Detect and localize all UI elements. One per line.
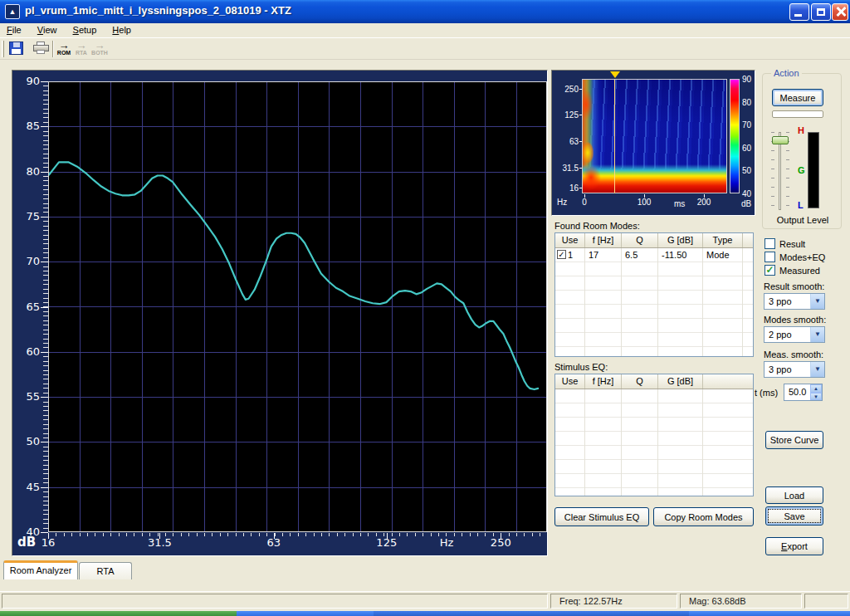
meas-smooth-combo[interactable]: 3 ppo ▼ — [764, 361, 825, 378]
spec-x-tick-label: 100 — [632, 198, 657, 207]
result-smooth-combo[interactable]: 3 ppo ▼ — [764, 293, 825, 310]
spec-x-tick-mark — [644, 194, 645, 198]
stimulus-eq-table[interactable]: Usef [Hz]QG [dB] — [554, 374, 754, 496]
taskbar-start-area[interactable] — [0, 611, 237, 616]
column-separator — [621, 389, 622, 496]
close-button[interactable] — [832, 3, 848, 21]
chevron-down-icon[interactable]: ▼ — [810, 362, 824, 377]
rta-mode-button[interactable]: → RTA — [73, 41, 90, 61]
y-tick-mark — [41, 487, 48, 488]
y-tick-mark — [41, 307, 48, 308]
y-tick-label: 80 — [12, 165, 40, 178]
row-checkbox[interactable]: ✓ — [557, 250, 566, 259]
chevron-down-icon[interactable]: ▼ — [810, 327, 824, 342]
y-tick-label: 45 — [12, 481, 40, 493]
taskbar[interactable] — [0, 611, 850, 616]
menu-item-view[interactable]: View — [31, 23, 64, 37]
taskbar-window-area[interactable] — [374, 611, 689, 616]
header-cell[interactable]: G [dB] — [658, 233, 703, 247]
main-plot[interactable] — [48, 81, 547, 532]
toolbar-print-button[interactable] — [30, 39, 51, 59]
output-level-label: Output Level — [763, 215, 843, 225]
save-button[interactable]: Save — [765, 506, 823, 526]
spec-y-tick-mark — [579, 168, 582, 169]
checkbox-measured-label: Measured — [779, 266, 820, 276]
colorbar-tick-label: 60 — [742, 144, 755, 153]
y-tick-mark — [41, 262, 48, 262]
header-cell[interactable]: Type — [703, 233, 743, 247]
status-mag: Mag: 63.68dB — [680, 594, 802, 609]
colorbar-tick-label: 50 — [742, 166, 755, 175]
spinner-down-icon[interactable]: ▼ — [810, 393, 822, 401]
result-smooth-value: 3 ppo — [769, 296, 792, 306]
action-groupbox: Action Measure H G L Output Level — [762, 73, 842, 229]
rom-mode-button[interactable]: → ROM — [55, 41, 73, 61]
spectrogram-cursor-marker[interactable] — [610, 71, 620, 78]
toolbar-grip[interactable] — [2, 41, 4, 57]
clear-stimulus-eq-button[interactable]: Clear Stimulus EQ — [554, 507, 649, 526]
load-button[interactable]: Load — [765, 486, 823, 504]
chevron-down-icon[interactable]: ▼ — [810, 294, 824, 309]
tab-room-analyzer[interactable]: Room Analyzer — [3, 560, 78, 579]
slider-thumb[interactable] — [772, 136, 789, 144]
column-separator — [621, 248, 622, 356]
meter-letter-good: G — [798, 165, 805, 175]
menu-item-help[interactable]: Help — [105, 23, 138, 37]
checkbox-modes-eq[interactable] — [765, 252, 775, 262]
status-bar: Freq: 122.57Hz Mag: 63.68dB — [0, 591, 850, 609]
y-tick-mark — [41, 442, 48, 442]
toolbar-save-button[interactable] — [5, 39, 27, 59]
toolbar: → ROM → RTA → BOTH — [0, 38, 850, 60]
title-bar[interactable]: ▲ pl_vrum_1mic_mitt_i_lyssningspos_2_081… — [0, 0, 850, 23]
header-cell[interactable]: Q — [622, 374, 658, 389]
store-curve-button[interactable]: Store Curve — [765, 431, 823, 449]
header-cell[interactable]: G [dB] — [658, 374, 703, 389]
cell-q: 6.5 — [622, 248, 658, 262]
rta-arrow-icon: → — [73, 41, 90, 50]
spectrogram-panel: 2501256331.516 0100200 908070605040 Hz m… — [551, 70, 755, 216]
header-cell[interactable]: f [Hz] — [585, 374, 622, 389]
both-mode-button[interactable]: → BOTH — [90, 41, 110, 61]
x-tick-mark — [387, 533, 388, 539]
menu-item-file[interactable]: File — [0, 23, 28, 37]
spec-y-tick-mark — [579, 89, 582, 90]
column-separator — [584, 389, 585, 496]
spec-x-tick-label: 200 — [691, 198, 716, 207]
tab-rta[interactable]: RTA — [79, 562, 132, 579]
taskbar-tray-area[interactable] — [689, 611, 850, 616]
spec-xlabel: ms — [674, 199, 685, 208]
measure-button[interactable]: Measure — [772, 89, 823, 106]
status-panel-right — [804, 594, 848, 609]
checkbox-result[interactable] — [765, 238, 775, 249]
header-cell[interactable]: f [Hz] — [585, 233, 622, 247]
meas-smooth-label: Meas. smooth: — [764, 350, 823, 359]
y-tick-mark — [41, 126, 48, 127]
spectrogram-cursor-line[interactable] — [614, 80, 615, 193]
header-cell[interactable]: Q — [622, 233, 658, 247]
menu-item-setup[interactable]: Setup — [66, 23, 104, 37]
spinner-up-icon[interactable]: ▲ — [810, 384, 822, 393]
minimize-button[interactable] — [789, 3, 809, 21]
status-panel-main — [2, 594, 548, 609]
y-tick-label: 50 — [12, 435, 40, 447]
colorbar-tick-label: 40 — [742, 189, 755, 198]
checkbox-measured[interactable]: ✓ — [765, 265, 775, 276]
found-room-modes-table[interactable]: Usef [Hz]QG [dB]Type ✓1176.5-11.50Mode — [554, 232, 754, 357]
t-ms-spinner[interactable]: 50.0 ▲ ▼ — [784, 384, 823, 401]
rom-arrow-icon: → — [55, 41, 73, 50]
modes-smooth-combo[interactable]: 2 ppo ▼ — [764, 326, 825, 343]
minimize-icon — [794, 14, 802, 17]
both-arrow-icon: → — [90, 41, 110, 50]
t-ms-label: t (ms) — [755, 388, 778, 398]
spectrogram-plot[interactable] — [582, 79, 727, 193]
maximize-button[interactable] — [811, 3, 831, 21]
header-cell — [743, 233, 753, 247]
colorbar — [730, 79, 740, 193]
header-cell[interactable]: Use — [555, 233, 585, 247]
export-button[interactable]: Export — [765, 537, 823, 555]
copy-room-modes-button[interactable]: Copy Room Modes — [653, 507, 754, 526]
taskbar-quicklaunch-area[interactable] — [237, 611, 374, 616]
header-cell[interactable]: Use — [555, 374, 585, 389]
mode-row[interactable]: ✓1176.5-11.50Mode — [555, 248, 753, 262]
y-tick-mark — [41, 532, 48, 533]
